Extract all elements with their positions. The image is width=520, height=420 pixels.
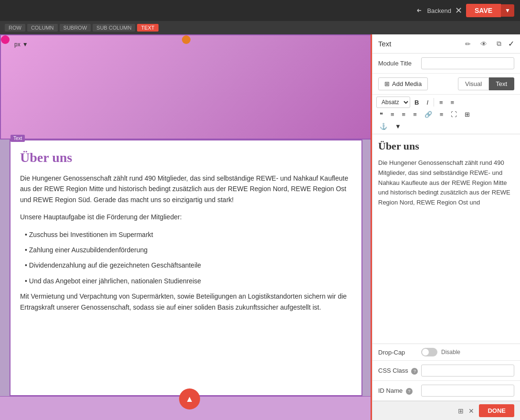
- canvas-area: px ▼ Text Über uns Die Hungener Genossen…: [0, 34, 372, 420]
- resize-handle-left[interactable]: [1, 35, 10, 44]
- align-left-button[interactable]: ≡: [387, 109, 398, 120]
- panel-title: Text: [378, 40, 458, 48]
- align-right-button[interactable]: ≡: [410, 109, 420, 120]
- add-media-label: Add Media: [392, 80, 422, 87]
- css-class-row: CSS Class ?: [372, 361, 520, 381]
- editor-preview-body: Die Hungener Genossenschaft zählt rund 4…: [378, 158, 514, 208]
- toolbar-row-2: ❝ ≡ ≡ ≡ 🔗 ≡ ⛶ ⊞: [376, 109, 516, 120]
- chevron-up-icon: ▲: [185, 394, 194, 404]
- pencil-icon-button[interactable]: ✏: [462, 39, 474, 49]
- module-title-label: Module Title: [378, 60, 421, 67]
- breadcrumb-bar: ROW COLUMN SUBROW SUB COLUMN TEXT: [0, 21, 520, 34]
- anchor-dropdown-button[interactable]: ▼: [392, 121, 404, 132]
- id-name-label: ID Name ?: [378, 387, 421, 395]
- anchor-button[interactable]: ⚓: [376, 121, 391, 132]
- toolbar-separator-1: [434, 98, 434, 107]
- breadcrumb-subrow[interactable]: SUBROW: [60, 24, 91, 32]
- content-para-1: Die Hungener Genossenschaft zählt rund 4…: [20, 173, 352, 205]
- copy-icon-button[interactable]: ⧉: [494, 38, 504, 49]
- check-button[interactable]: ✓: [508, 39, 514, 48]
- panel-bottom-bar: ⊞ ✕ DONE: [372, 401, 520, 420]
- list-item-1: • Zuschuss bei Investitionen im Supermar…: [20, 229, 352, 240]
- list-item-2: • Zahlung einer Auszubildendenförderung: [20, 245, 352, 255]
- add-media-button[interactable]: ⊞ Add Media: [378, 77, 428, 90]
- px-label: px: [14, 41, 21, 48]
- content-para-3: Mit Vermietung und Verpachtung von Super…: [20, 291, 352, 312]
- editor-toolbar: Absatz B I ≡ ≡ ❝ ≡ ≡ ≡ 🔗 ≡ ⛶ ⊞ ⚓ ▼: [372, 95, 520, 134]
- eye-icon-button[interactable]: 👁: [478, 39, 490, 49]
- list-item-4: • Und das Angebot einer jährlichen, nati…: [20, 276, 352, 286]
- css-class-input[interactable]: [421, 365, 514, 377]
- editor-preview[interactable]: Über uns Die Hungener Genossenschaft zäh…: [372, 134, 520, 344]
- panel-header: Text ✏ 👁 ⧉ ✓: [372, 34, 520, 54]
- id-name-row: ID Name ?: [372, 381, 520, 401]
- resize-handle-top[interactable]: [182, 35, 191, 44]
- id-name-input[interactable]: [421, 385, 514, 397]
- toggle-thumb: [422, 349, 429, 355]
- align-center-button[interactable]: ≡: [399, 109, 409, 120]
- panel-bottom-close-icon[interactable]: ✕: [468, 407, 474, 415]
- text-badge: Text: [11, 135, 25, 142]
- bold-button[interactable]: B: [411, 97, 422, 108]
- content-heading: Über uns: [20, 150, 352, 165]
- scroll-to-top-button[interactable]: ▲: [179, 388, 200, 409]
- top-bar: Backend ✕ SAVE ▼: [0, 0, 520, 21]
- paragraph-select[interactable]: Absatz: [376, 97, 410, 108]
- pink-section: [0, 34, 372, 140]
- toolbar-row-1: Absatz B I ≡ ≡: [376, 97, 516, 108]
- id-name-help-icon[interactable]: ?: [406, 388, 413, 395]
- drop-cap-state: Disable: [441, 349, 460, 355]
- breadcrumb-row[interactable]: ROW: [5, 24, 25, 32]
- media-icon: ⊞: [384, 80, 390, 87]
- save-button[interactable]: SAVE: [466, 4, 501, 17]
- list-item-3: • Dividendenzahlung auf die gezeichneten…: [20, 260, 352, 270]
- tab-text[interactable]: Text: [489, 77, 514, 90]
- backend-label: Backend: [427, 7, 451, 14]
- content-section: Text Über uns Die Hungener Genossenschaf…: [10, 140, 362, 396]
- italic-button[interactable]: I: [423, 97, 432, 108]
- table-button[interactable]: ⊞: [461, 109, 473, 120]
- px-dropdown-arrow[interactable]: ▼: [22, 41, 28, 48]
- unordered-list-button[interactable]: ≡: [436, 97, 446, 108]
- content-para-2: Unsere Hauptaufgabe ist die Förderung de…: [20, 212, 352, 222]
- content-body: Die Hungener Genossenschaft zählt rund 4…: [20, 173, 352, 312]
- fullscreen-button[interactable]: ⛶: [447, 109, 460, 120]
- breadcrumb-subcolumn[interactable]: SUB COLUMN: [93, 24, 135, 32]
- content-list: • Zuschuss bei Investitionen im Supermar…: [20, 229, 352, 287]
- module-title-input[interactable]: [421, 57, 514, 69]
- close-button[interactable]: ✕: [455, 6, 462, 15]
- breadcrumb-text[interactable]: TEXT: [137, 24, 158, 32]
- tab-visual[interactable]: Visual: [458, 77, 489, 90]
- panel-bottom-icon-left[interactable]: ⊞: [458, 407, 464, 415]
- drop-cap-label: Drop-Cap: [378, 349, 421, 356]
- breadcrumb-column[interactable]: COLUMN: [27, 24, 58, 32]
- align-justify-button[interactable]: ≡: [436, 109, 447, 120]
- visual-text-tabs: Visual Text: [458, 77, 514, 90]
- toolbar-row-3: ⚓ ▼: [376, 121, 516, 132]
- px-control: px ▼: [14, 41, 28, 48]
- backend-button[interactable]: Backend: [416, 7, 451, 14]
- drop-cap-row: Drop-Cap Disable: [372, 344, 520, 361]
- save-group: SAVE ▼: [466, 4, 514, 17]
- drop-cap-toggle[interactable]: [421, 348, 437, 356]
- editor-preview-heading: Über uns: [378, 140, 514, 152]
- css-class-label: CSS Class ?: [378, 367, 421, 375]
- done-button[interactable]: DONE: [479, 404, 514, 417]
- media-row: ⊞ Add Media Visual Text: [372, 74, 520, 95]
- save-dropdown-button[interactable]: ▼: [501, 4, 514, 17]
- settings-section: Drop-Cap Disable CSS Class ? ID Name ?: [372, 344, 520, 401]
- ordered-list-button[interactable]: ≡: [447, 97, 458, 108]
- right-panel: Text ✏ 👁 ⧉ ✓ Module Title ⊞ Add Media Vi…: [372, 34, 520, 420]
- css-class-help-icon[interactable]: ?: [411, 368, 418, 375]
- module-title-row: Module Title: [372, 54, 520, 74]
- link-button[interactable]: 🔗: [421, 109, 435, 120]
- blockquote-button[interactable]: ❝: [376, 109, 386, 120]
